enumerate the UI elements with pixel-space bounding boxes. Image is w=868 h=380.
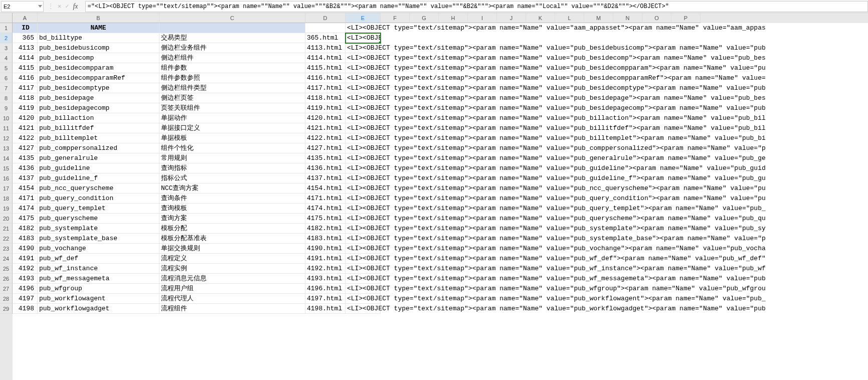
cell-formula-result[interactable]: <LI><OBJECT type="text/sitemap"><param n…	[345, 103, 381, 113]
cell-desc[interactable]: 流程消息元信息	[159, 274, 305, 284]
cell-file[interactable]: 365.html	[305, 33, 345, 43]
cancel-icon[interactable]: ✕	[58, 3, 61, 10]
cell-desc[interactable]: 组件参数参照	[159, 73, 305, 83]
column-header-A[interactable]: A	[13, 13, 38, 23]
cell-desc[interactable]: 页签关联组件	[159, 103, 305, 113]
cell-file[interactable]: 4182.html	[305, 224, 345, 234]
row-header-2[interactable]: 2	[0, 33, 13, 43]
cell-file[interactable]: 4119.html	[305, 103, 345, 113]
cell-id[interactable]: 4114	[13, 53, 38, 63]
cell-formula-result[interactable]: <LI><OBJECT type="text/sitemap"><param n…	[345, 53, 381, 63]
cell-name[interactable]: pub_billtemplet	[38, 133, 159, 143]
cell-name[interactable]: pub_besidecomptype	[38, 83, 159, 93]
column-header-F[interactable]: F	[381, 13, 410, 23]
cell-formula-result[interactable]: <LI><OBJECT type="text/sitemap"><param n…	[345, 194, 381, 204]
header-id[interactable]: ID	[13, 23, 38, 33]
cell-formula-result[interactable]: <LI><OBJECT type="text/sitemap"><param n…	[345, 153, 381, 163]
row-header-17[interactable]: 17	[0, 183, 13, 194]
cell-file[interactable]: 4115.html	[305, 63, 345, 73]
cell-desc[interactable]: 指标公式	[159, 173, 305, 183]
row-header-19[interactable]: 19	[0, 204, 13, 214]
cell-file[interactable]: 4135.html	[305, 153, 345, 163]
cell-name[interactable]: pub_besidebusicomp	[38, 43, 159, 53]
cell-id[interactable]: 4193	[13, 274, 38, 284]
cell-formula-result[interactable]: <LI><OBJE	[345, 33, 381, 43]
column-header-L[interactable]: L	[555, 13, 584, 23]
cell-id[interactable]: 4120	[13, 113, 38, 123]
column-header-J[interactable]: J	[497, 13, 526, 23]
row-header-27[interactable]: 27	[0, 284, 13, 294]
select-all-corner[interactable]	[0, 13, 13, 23]
cell-id[interactable]: 4183	[13, 234, 38, 244]
cell-formula-result[interactable]: <LI><OBJECT type="text/sitemap"><param n…	[345, 173, 381, 183]
cell-formula-result[interactable]: <LI><OBJECT type="text/sitemap"><param n…	[345, 63, 381, 73]
cell-file[interactable]: 4197.html	[305, 294, 345, 304]
cell-file[interactable]: 4198.html	[305, 304, 345, 314]
row-header-11[interactable]: 11	[0, 123, 13, 133]
cell-desc[interactable]: 查询条件	[159, 194, 305, 204]
cell-formula-result[interactable]: <LI><OBJECT type="text/sitemap"><param n…	[345, 83, 381, 93]
cell-desc[interactable]: 单据接口定义	[159, 123, 305, 133]
row-header-14[interactable]: 14	[0, 153, 13, 163]
cell-desc[interactable]: 查询指标	[159, 163, 305, 173]
row-header-23[interactable]: 23	[0, 244, 13, 254]
cell-name[interactable]: pub_query_templet	[38, 204, 159, 214]
row-header-24[interactable]: 24	[0, 254, 13, 264]
cell-formula-result[interactable]: <LI><OBJECT type="text/sitemap"><param n…	[345, 234, 381, 244]
cell-name[interactable]: pub_billitfdef	[38, 123, 159, 133]
cell-desc[interactable]: 组件个性化	[159, 143, 305, 153]
cell-id[interactable]: 4191	[13, 254, 38, 264]
column-header-B[interactable]: B	[38, 13, 159, 23]
cell-formula-result[interactable]: <LI><OBJECT type="text/sitemap"><param n…	[345, 244, 381, 254]
spreadsheet-grid[interactable]: 1234567891011121314151617181920212223242…	[0, 13, 868, 380]
cell-file[interactable]: 4117.html	[305, 83, 345, 93]
cell-desc[interactable]: 模板分配	[159, 224, 305, 234]
cell-name[interactable]: pub_wf_messagemeta	[38, 274, 159, 284]
cell-name[interactable]: pub_ncc_queryscheme	[38, 183, 159, 194]
column-header-D[interactable]: D	[305, 13, 345, 23]
cell-id[interactable]: 365	[13, 33, 38, 43]
cell-id[interactable]: 4116	[13, 73, 38, 83]
cell-id[interactable]: 4113	[13, 43, 38, 53]
cell-file[interactable]: 4196.html	[305, 284, 345, 294]
cell-id[interactable]: 4117	[13, 83, 38, 93]
cell-formula-result[interactable]: <LI><OBJECT type="text/sitemap"><param n…	[345, 93, 381, 103]
cell-desc[interactable]: 查询方案	[159, 214, 305, 224]
cell-name[interactable]: pub_queryscheme	[38, 214, 159, 224]
cell-id[interactable]: 4118	[13, 93, 38, 103]
cell-formula-result[interactable]: <LI><OBJECT type="text/sitemap"><param n…	[345, 123, 381, 133]
cell-id[interactable]: 4196	[13, 284, 38, 294]
cell-name[interactable]: pub_guideline_f	[38, 173, 159, 183]
cell-name[interactable]: pub_billaction	[38, 113, 159, 123]
cell-name[interactable]: pub_workflowagent	[38, 294, 159, 304]
cell-formula-result[interactable]: <LI><OBJECT type="text/sitemap"><param n…	[345, 254, 381, 264]
fx-icon[interactable]: fx	[73, 3, 81, 11]
cell-name[interactable]: pub_besidepagecomp	[38, 103, 159, 113]
cell-name[interactable]: pub_besidecompparamRef	[38, 73, 159, 83]
cell-desc[interactable]: 侧边栏业务组件	[159, 43, 305, 53]
cell-name[interactable]: pub_query_condition	[38, 194, 159, 204]
cell-formula-result[interactable]: <LI><OBJECT type="text/sitemap"><param n…	[345, 224, 381, 234]
cell-file[interactable]: 4191.html	[305, 254, 345, 264]
cell-name[interactable]: pub_vochange	[38, 244, 159, 254]
column-header-O[interactable]: O	[642, 13, 671, 23]
cell-desc[interactable]: 交易类型	[159, 33, 305, 43]
cell-name[interactable]: pub_guideline	[38, 163, 159, 173]
cell-file[interactable]: 4175.html	[305, 214, 345, 224]
row-header-1[interactable]: 1	[0, 23, 13, 33]
row-header-9[interactable]: 9	[0, 103, 13, 113]
cell-file[interactable]: 4116.html	[305, 73, 345, 83]
cell-id[interactable]: 4121	[13, 123, 38, 133]
cell-desc[interactable]: 流程组件	[159, 304, 305, 314]
cell-name[interactable]: pub_wf_instance	[38, 264, 159, 274]
cell-desc[interactable]: 侧边栏组件类型	[159, 83, 305, 93]
column-header-G[interactable]: G	[410, 13, 439, 23]
cell-id[interactable]: 4175	[13, 214, 38, 224]
cell-formula-result[interactable]: <LI><OBJECT type="text/sitemap"><param n…	[345, 204, 381, 214]
row-header-22[interactable]: 22	[0, 234, 13, 244]
cell-formula-result[interactable]: <LI><OBJECT type="text/sitemap"><param n…	[345, 294, 381, 304]
cell[interactable]	[305, 23, 345, 33]
cell-name[interactable]: pub_systemplate	[38, 224, 159, 234]
row-header-18[interactable]: 18	[0, 194, 13, 204]
cell-id[interactable]: 4115	[13, 63, 38, 73]
